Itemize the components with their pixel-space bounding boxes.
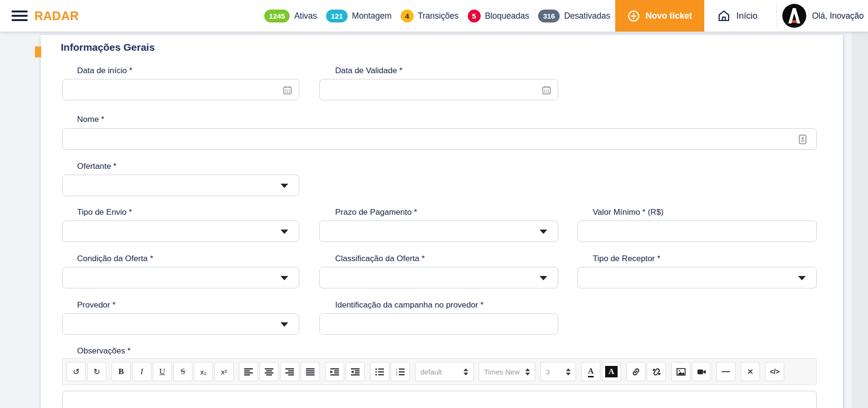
status-badge: 121 [326, 10, 348, 22]
italic-button[interactable]: I [132, 362, 151, 381]
paragraph-format-select[interactable]: default [415, 362, 473, 381]
richtext-toolbar: ↺ ↻ B I U S x₂ x² 123 default Times New … [62, 358, 817, 385]
section-accent-marker [35, 46, 41, 57]
observacoes-label: Observações * [77, 346, 131, 356]
subscript-button[interactable]: x₂ [194, 362, 213, 381]
provedor-select[interactable] [62, 313, 299, 335]
valor-minimo-label: Valor Mínimo * (R$) [593, 208, 664, 217]
calendar-icon[interactable] [283, 86, 292, 97]
identificacao-campanha-field[interactable] [319, 313, 558, 335]
data-inicio-input[interactable] [63, 79, 299, 100]
valor-minimo-input[interactable] [578, 221, 816, 242]
outdent-button[interactable] [346, 362, 365, 381]
stat-bloqueadas[interactable]: 5 Bloqueadas [468, 10, 529, 22]
status-badge: 1245 [264, 10, 290, 22]
home-link[interactable]: Início [717, 0, 757, 32]
align-left-icon [244, 368, 253, 375]
unordered-list-icon [375, 368, 384, 375]
stat-transicoes[interactable]: 4 Transições [401, 10, 459, 22]
classificacao-oferta-select[interactable] [319, 267, 558, 288]
top-navbar: RADAR 1245 Ativas 121 Montagem 4 Transiç… [0, 0, 868, 32]
redo-icon: ↻ [93, 367, 100, 377]
home-icon [717, 9, 731, 22]
horizontal-rule-icon: — [722, 367, 730, 376]
align-center-button[interactable] [259, 362, 279, 381]
background-color-icon: A [605, 366, 618, 377]
calendar-icon[interactable] [542, 86, 551, 97]
identificacao-campanha-input[interactable] [320, 314, 558, 334]
condicao-oferta-select[interactable] [62, 267, 299, 288]
italic-icon: I [140, 367, 143, 376]
tipo-envio-label: Tipo de Envio * [77, 208, 132, 217]
underline-button[interactable]: U [153, 362, 172, 381]
indent-button[interactable] [325, 362, 344, 381]
align-justify-icon [306, 368, 315, 375]
unlink-button[interactable] [647, 362, 666, 381]
chevron-down-icon [281, 276, 288, 280]
header-divider [776, 4, 777, 28]
align-right-button[interactable] [280, 362, 299, 381]
font-size-select[interactable]: 3 [541, 362, 576, 381]
data-validade-field[interactable] [319, 79, 558, 100]
bold-button[interactable]: B [112, 362, 131, 381]
chevron-down-icon [281, 230, 288, 234]
superscript-icon: x² [221, 368, 227, 376]
align-left-button[interactable] [239, 362, 258, 381]
undo-button[interactable]: ↺ [67, 362, 86, 381]
align-center-icon [265, 368, 273, 375]
valor-minimo-field[interactable] [577, 221, 817, 242]
image-icon [676, 367, 686, 376]
align-justify-button[interactable] [301, 362, 320, 381]
code-view-icon: </> [770, 368, 779, 375]
tipo-receptor-select[interactable] [577, 267, 817, 288]
text-color-button[interactable]: A [581, 362, 600, 381]
insert-video-button[interactable] [692, 362, 711, 381]
user-avatar[interactable] [782, 4, 806, 28]
stat-montagem[interactable]: 121 Montagem [326, 10, 392, 22]
chevron-down-icon [540, 276, 547, 280]
richtext-content-area[interactable] [62, 391, 817, 408]
svg-text:3: 3 [396, 373, 397, 375]
font-family-select[interactable]: Times New Roman [479, 362, 535, 381]
ordered-list-button[interactable]: 123 [391, 362, 410, 381]
status-badge: 5 [468, 10, 481, 22]
nome-input[interactable] [63, 129, 816, 149]
insert-image-button[interactable] [671, 362, 690, 381]
data-inicio-field[interactable] [62, 79, 299, 100]
code-view-button[interactable]: </> [765, 362, 784, 381]
contact-card-icon[interactable] [799, 134, 807, 146]
stat-desativadas[interactable]: 316 Desativadas [538, 10, 610, 22]
horizontal-rule-button[interactable]: — [716, 362, 735, 381]
brand-logo: RADAR [34, 0, 79, 32]
strikethrough-icon: S [180, 367, 185, 376]
superscript-button[interactable]: x² [214, 362, 234, 381]
nome-field[interactable] [62, 128, 817, 150]
bold-icon: B [118, 367, 124, 376]
redo-button[interactable]: ↻ [87, 362, 106, 381]
menu-hamburger-icon[interactable] [11, 11, 28, 21]
ofertante-select[interactable] [62, 175, 299, 196]
remove-format-button[interactable]: ✕ [741, 362, 760, 381]
page-scroll-gutter[interactable] [852, 32, 868, 408]
outdent-icon [351, 368, 360, 375]
chevron-down-icon [798, 276, 806, 280]
stepper-arrows-icon [525, 368, 530, 375]
insert-link-button[interactable] [626, 362, 645, 381]
background-color-button[interactable]: A [602, 362, 621, 381]
stat-ativas[interactable]: 1245 Ativas [264, 10, 317, 22]
link-icon [631, 367, 641, 376]
data-validade-label: Data de Validade * [335, 66, 403, 76]
unordered-list-button[interactable] [370, 362, 389, 381]
prazo-pagamento-select[interactable] [319, 221, 558, 242]
data-inicio-label: Data de início * [77, 66, 132, 76]
stepper-arrows-icon [566, 368, 571, 375]
data-validade-input[interactable] [320, 79, 558, 100]
user-greeting: Olá, Inovação [812, 0, 864, 32]
chevron-down-icon [281, 184, 288, 188]
underline-icon: U [159, 367, 165, 376]
tipo-envio-select[interactable] [62, 221, 299, 242]
classificacao-oferta-label: Classificação da Oferta * [335, 254, 425, 264]
status-counters: 1245 Ativas 121 Montagem 4 Transições 5 … [264, 0, 610, 32]
new-ticket-button[interactable]: Novo ticket [615, 0, 704, 32]
strikethrough-button[interactable]: S [173, 362, 192, 381]
